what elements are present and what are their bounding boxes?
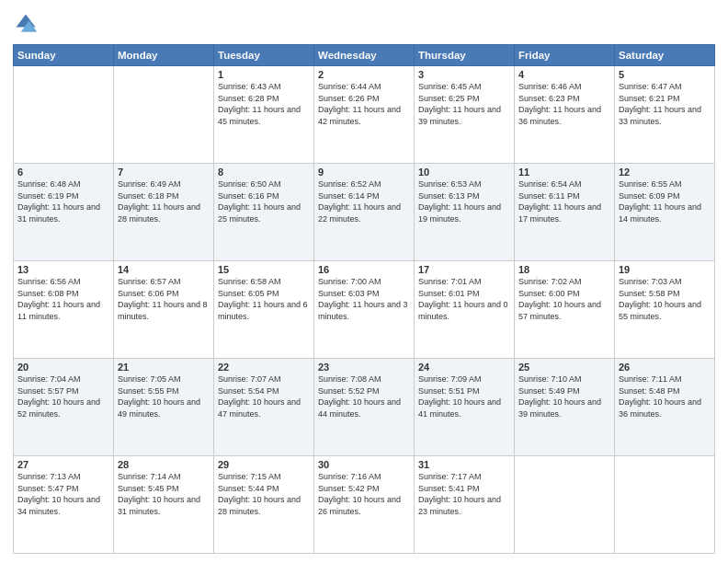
calendar-cell: 15Sunrise: 6:58 AM Sunset: 6:05 PM Dayli… (214, 261, 314, 359)
header (13, 11, 715, 37)
day-number: 18 (518, 264, 610, 275)
calendar-cell: 25Sunrise: 7:10 AM Sunset: 5:49 PM Dayli… (515, 359, 615, 456)
day-info: Sunrise: 7:09 AM Sunset: 5:51 PM Dayligh… (418, 373, 510, 419)
calendar-cell: 23Sunrise: 7:08 AM Sunset: 5:52 PM Dayli… (314, 359, 415, 456)
calendar-cell: 7Sunrise: 6:49 AM Sunset: 6:18 PM Daylig… (114, 164, 214, 261)
day-info: Sunrise: 6:56 AM Sunset: 6:08 PM Dayligh… (17, 276, 109, 322)
calendar-cell: 4Sunrise: 6:46 AM Sunset: 6:23 PM Daylig… (515, 66, 615, 164)
day-info: Sunrise: 7:17 AM Sunset: 5:41 PM Dayligh… (418, 471, 510, 517)
day-info: Sunrise: 6:54 AM Sunset: 6:11 PM Dayligh… (518, 178, 610, 224)
day-number: 19 (619, 264, 711, 275)
calendar-cell: 28Sunrise: 7:14 AM Sunset: 5:45 PM Dayli… (114, 456, 214, 554)
calendar-cell: 24Sunrise: 7:09 AM Sunset: 5:51 PM Dayli… (415, 359, 515, 456)
logo (13, 11, 42, 37)
day-number: 3 (418, 69, 510, 80)
day-info: Sunrise: 6:45 AM Sunset: 6:25 PM Dayligh… (418, 81, 510, 127)
day-info: Sunrise: 7:07 AM Sunset: 5:54 PM Dayligh… (218, 373, 310, 419)
day-number: 21 (118, 362, 210, 373)
day-number: 22 (218, 362, 310, 373)
day-number: 10 (418, 167, 510, 178)
day-info: Sunrise: 7:00 AM Sunset: 6:03 PM Dayligh… (318, 276, 410, 322)
weekday-header-sunday: Sunday (14, 45, 114, 66)
day-number: 14 (118, 264, 210, 275)
calendar-cell (615, 456, 715, 554)
calendar-cell: 18Sunrise: 7:02 AM Sunset: 6:00 PM Dayli… (515, 261, 615, 359)
calendar-cell (114, 66, 214, 164)
calendar-cell: 27Sunrise: 7:13 AM Sunset: 5:47 PM Dayli… (14, 456, 114, 554)
day-info: Sunrise: 7:15 AM Sunset: 5:44 PM Dayligh… (218, 471, 310, 517)
day-number: 15 (218, 264, 310, 275)
day-info: Sunrise: 7:16 AM Sunset: 5:42 PM Dayligh… (318, 471, 410, 517)
calendar-week-row: 6Sunrise: 6:48 AM Sunset: 6:19 PM Daylig… (14, 164, 715, 261)
day-number: 31 (418, 459, 510, 470)
day-info: Sunrise: 7:10 AM Sunset: 5:49 PM Dayligh… (518, 373, 610, 419)
day-number: 23 (318, 362, 410, 373)
day-number: 24 (418, 362, 510, 373)
weekday-header-thursday: Thursday (415, 45, 515, 66)
day-info: Sunrise: 6:49 AM Sunset: 6:18 PM Dayligh… (118, 178, 210, 224)
day-number: 12 (619, 167, 711, 178)
day-number: 30 (318, 459, 410, 470)
day-info: Sunrise: 7:01 AM Sunset: 6:01 PM Dayligh… (418, 276, 510, 322)
day-info: Sunrise: 6:53 AM Sunset: 6:13 PM Dayligh… (418, 178, 510, 224)
calendar-cell: 26Sunrise: 7:11 AM Sunset: 5:48 PM Dayli… (615, 359, 715, 456)
calendar-cell: 2Sunrise: 6:44 AM Sunset: 6:26 PM Daylig… (314, 66, 415, 164)
day-number: 27 (17, 459, 109, 470)
day-number: 25 (518, 362, 610, 373)
logo-icon (13, 11, 39, 37)
calendar-cell: 11Sunrise: 6:54 AM Sunset: 6:11 PM Dayli… (515, 164, 615, 261)
weekday-header-wednesday: Wednesday (314, 45, 415, 66)
weekday-header-friday: Friday (515, 45, 615, 66)
calendar-cell: 10Sunrise: 6:53 AM Sunset: 6:13 PM Dayli… (415, 164, 515, 261)
day-info: Sunrise: 6:55 AM Sunset: 6:09 PM Dayligh… (619, 178, 711, 224)
day-number: 6 (17, 167, 109, 178)
day-info: Sunrise: 7:11 AM Sunset: 5:48 PM Dayligh… (619, 373, 711, 419)
calendar-week-row: 27Sunrise: 7:13 AM Sunset: 5:47 PM Dayli… (14, 456, 715, 554)
day-number: 9 (318, 167, 410, 178)
day-number: 1 (218, 69, 310, 80)
calendar-week-row: 20Sunrise: 7:04 AM Sunset: 5:57 PM Dayli… (14, 359, 715, 456)
day-number: 11 (518, 167, 610, 178)
calendar-cell: 29Sunrise: 7:15 AM Sunset: 5:44 PM Dayli… (214, 456, 314, 554)
day-info: Sunrise: 7:08 AM Sunset: 5:52 PM Dayligh… (318, 373, 410, 419)
calendar-cell: 12Sunrise: 6:55 AM Sunset: 6:09 PM Dayli… (615, 164, 715, 261)
calendar-cell: 22Sunrise: 7:07 AM Sunset: 5:54 PM Dayli… (214, 359, 314, 456)
calendar-cell: 16Sunrise: 7:00 AM Sunset: 6:03 PM Dayli… (314, 261, 415, 359)
day-number: 7 (118, 167, 210, 178)
day-number: 20 (17, 362, 109, 373)
day-number: 17 (418, 264, 510, 275)
day-info: Sunrise: 7:02 AM Sunset: 6:00 PM Dayligh… (518, 276, 610, 322)
calendar-cell: 19Sunrise: 7:03 AM Sunset: 5:58 PM Dayli… (615, 261, 715, 359)
calendar-cell (515, 456, 615, 554)
day-number: 2 (318, 69, 410, 80)
day-info: Sunrise: 7:05 AM Sunset: 5:55 PM Dayligh… (118, 373, 210, 419)
calendar-cell: 8Sunrise: 6:50 AM Sunset: 6:16 PM Daylig… (214, 164, 314, 261)
calendar-week-row: 1Sunrise: 6:43 AM Sunset: 6:28 PM Daylig… (14, 66, 715, 164)
day-info: Sunrise: 7:13 AM Sunset: 5:47 PM Dayligh… (17, 471, 109, 517)
calendar-cell: 17Sunrise: 7:01 AM Sunset: 6:01 PM Dayli… (415, 261, 515, 359)
page: SundayMondayTuesdayWednesdayThursdayFrid… (0, 0, 728, 563)
day-number: 5 (619, 69, 711, 80)
weekday-header-row: SundayMondayTuesdayWednesdayThursdayFrid… (14, 45, 715, 66)
calendar-table: SundayMondayTuesdayWednesdayThursdayFrid… (13, 44, 715, 554)
calendar-cell: 1Sunrise: 6:43 AM Sunset: 6:28 PM Daylig… (214, 66, 314, 164)
day-info: Sunrise: 7:03 AM Sunset: 5:58 PM Dayligh… (619, 276, 711, 322)
weekday-header-saturday: Saturday (615, 45, 715, 66)
calendar-cell: 31Sunrise: 7:17 AM Sunset: 5:41 PM Dayli… (415, 456, 515, 554)
day-number: 16 (318, 264, 410, 275)
day-info: Sunrise: 6:57 AM Sunset: 6:06 PM Dayligh… (118, 276, 210, 322)
weekday-header-monday: Monday (114, 45, 214, 66)
calendar-cell: 14Sunrise: 6:57 AM Sunset: 6:06 PM Dayli… (114, 261, 214, 359)
day-number: 4 (518, 69, 610, 80)
weekday-header-tuesday: Tuesday (214, 45, 314, 66)
day-info: Sunrise: 6:46 AM Sunset: 6:23 PM Dayligh… (518, 81, 610, 127)
calendar-cell: 13Sunrise: 6:56 AM Sunset: 6:08 PM Dayli… (14, 261, 114, 359)
day-info: Sunrise: 6:58 AM Sunset: 6:05 PM Dayligh… (218, 276, 310, 322)
calendar-cell: 20Sunrise: 7:04 AM Sunset: 5:57 PM Dayli… (14, 359, 114, 456)
day-number: 29 (218, 459, 310, 470)
calendar-cell: 3Sunrise: 6:45 AM Sunset: 6:25 PM Daylig… (415, 66, 515, 164)
day-info: Sunrise: 6:52 AM Sunset: 6:14 PM Dayligh… (318, 178, 410, 224)
calendar-cell: 21Sunrise: 7:05 AM Sunset: 5:55 PM Dayli… (114, 359, 214, 456)
day-number: 13 (17, 264, 109, 275)
day-info: Sunrise: 6:48 AM Sunset: 6:19 PM Dayligh… (17, 178, 109, 224)
